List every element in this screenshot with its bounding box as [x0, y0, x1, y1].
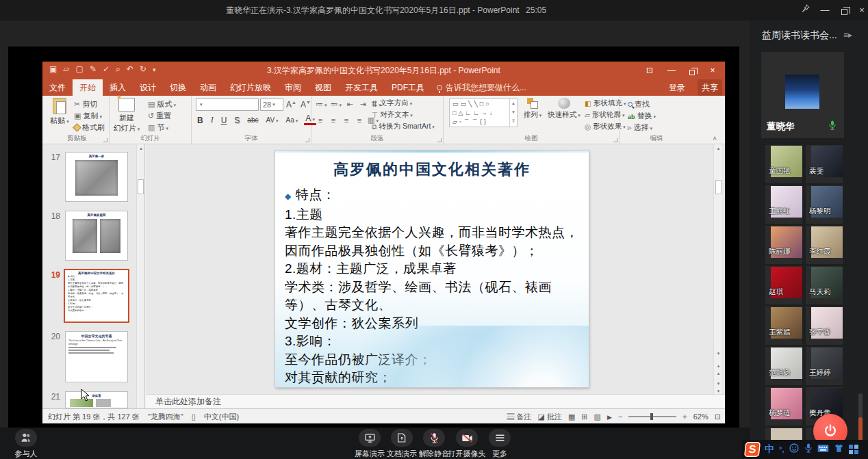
reset-button[interactable]: 重置: [148, 110, 171, 122]
format-painter-button[interactable]: 格式刷: [74, 122, 105, 133]
shapes-gallery-scrollbar[interactable]: ▲▼⊽: [509, 99, 517, 127]
drawing-dialog-launcher-icon[interactable]: [613, 138, 617, 142]
align-right-button[interactable]: [342, 116, 351, 124]
align-text-button[interactable]: 对齐文本: [372, 110, 413, 120]
print-preview-icon[interactable]: [116, 64, 120, 74]
sign-in-link[interactable]: 登录: [669, 79, 685, 96]
layout-button[interactable]: 版式: [148, 99, 176, 110]
new-slide-button[interactable]: 新建 幻灯片: [112, 98, 141, 133]
skin-icon[interactable]: [834, 443, 844, 456]
proofing-icon[interactable]: [192, 412, 196, 421]
close-button[interactable]: ×: [853, 3, 868, 17]
shapes-gallery[interactable]: ▭▭╲╲□○ □△∟∟→↓ ▱◦⌒⌒{} ▲▼⊽: [449, 99, 518, 127]
tab-animations[interactable]: 动画: [193, 79, 223, 96]
undo-icon[interactable]: [127, 64, 133, 74]
participant-tile[interactable]: 赵琪: [765, 266, 802, 304]
new-document-icon[interactable]: [76, 64, 84, 74]
ink-icon[interactable]: [90, 64, 97, 74]
paste-button[interactable]: 粘贴: [45, 98, 74, 126]
change-case-button[interactable]: Aa: [285, 116, 300, 124]
copy-button[interactable]: 复制: [74, 110, 102, 122]
ppt-restore-button[interactable]: [682, 64, 702, 77]
tab-pdf[interactable]: PDF工具: [385, 79, 431, 96]
section-button[interactable]: 节: [148, 122, 168, 133]
strikethrough-button[interactable]: abc: [246, 116, 259, 124]
ribbon-display-options-icon[interactable]: ⊡: [640, 64, 659, 77]
tell-me-box[interactable]: 告诉我您想要做什么...: [431, 79, 532, 96]
restore-button[interactable]: [835, 3, 853, 17]
zoom-in-button[interactable]: +: [682, 412, 687, 421]
participant-tile[interactable]: 王紫嫣: [765, 306, 802, 345]
slide-thumbnail-19-selected[interactable]: 高罗佩的中国文化相关著作 ◆ 特点： 1.主题 著作主题完全依据个人兴趣，而非当…: [64, 269, 129, 323]
participant-tile[interactable]: 陈丽娜: [765, 226, 802, 264]
participant-tile[interactable]: 裴斐: [806, 145, 843, 183]
justify-button[interactable]: [355, 116, 364, 124]
text-shadow-button[interactable]: S: [233, 116, 241, 125]
collapse-ribbon-icon[interactable]: ˄: [713, 135, 717, 142]
comments-toggle[interactable]: 批注: [537, 412, 561, 422]
participant-tile[interactable]: 王丽红: [765, 185, 802, 224]
shape-outline-button[interactable]: 形状轮廓: [585, 110, 625, 120]
decrease-indent-button[interactable]: [345, 100, 355, 109]
participant-tile[interactable]: 张平香: [806, 306, 843, 345]
quick-styles-button[interactable]: 快速样式: [546, 98, 582, 120]
clipboard-dialog-launcher-icon[interactable]: [103, 138, 107, 142]
room-list-icon[interactable]: ≡▸: [843, 30, 852, 40]
shrink-font-button[interactable]: A▼: [299, 100, 312, 109]
emoji-icon[interactable]: [789, 443, 800, 456]
smartart-button[interactable]: 转换为 SmartArt: [372, 122, 435, 131]
tab-design[interactable]: 设计: [133, 79, 163, 96]
chinese-mode-icon[interactable]: 中: [765, 443, 774, 456]
tab-developer[interactable]: 开发工具: [338, 79, 385, 96]
find-button[interactable]: 查找: [628, 99, 650, 110]
grow-font-button[interactable]: A▲: [285, 100, 298, 109]
underline-button[interactable]: U: [220, 116, 229, 125]
spelling-icon[interactable]: [103, 64, 110, 74]
slide-thumbnail-21[interactable]: 谱体系: [65, 391, 128, 408]
qat-more-icon[interactable]: [153, 64, 156, 74]
save-icon[interactable]: [49, 64, 57, 74]
numbering-button[interactable]: [331, 100, 342, 109]
slide-thumbnail-20[interactable]: 中国古琴文化的专著 The Lore of the Chinese Lute：A…: [65, 331, 128, 382]
tab-review[interactable]: 审阅: [278, 79, 308, 96]
minimize-button[interactable]: —: [816, 3, 834, 17]
editor-scrollbar-thumb[interactable]: [715, 180, 722, 194]
fit-to-window-icon[interactable]: [715, 412, 721, 421]
slideshow-view-button[interactable]: [607, 412, 612, 421]
participant-tile[interactable]: 王婷婷: [806, 347, 843, 385]
thumbnail-scrollbar-thumb[interactable]: [138, 179, 144, 194]
scroll-up-icon[interactable]: ▴: [137, 144, 145, 152]
zoom-slider[interactable]: [628, 416, 676, 417]
reading-view-button[interactable]: [594, 412, 601, 421]
font-name-combobox[interactable]: [196, 99, 259, 111]
participant-tile[interactable]: 杨梦琏: [765, 387, 802, 425]
cut-button[interactable]: 剪切: [74, 99, 97, 110]
participant-tile[interactable]: 童国艳: [765, 145, 802, 183]
participant-tile[interactable]: 杨黎明: [806, 185, 843, 224]
mic-on-icon[interactable]: [828, 120, 837, 133]
character-spacing-button[interactable]: AV: [264, 116, 279, 124]
ppt-minimize-button[interactable]: —: [662, 64, 681, 77]
ppt-close-button[interactable]: ×: [703, 64, 722, 77]
thumbnail-scrollbar[interactable]: ▴: [136, 144, 144, 408]
more-button[interactable]: 更多: [479, 429, 520, 459]
sogou-logo-icon[interactable]: S: [744, 442, 761, 457]
slide-thumbnail-18[interactable]: 高罗佩家庭照: [65, 211, 128, 261]
editor-scrollbar[interactable]: ▴ ▾ ▴▴ ▾▾: [713, 144, 722, 394]
tab-file[interactable]: 文件: [42, 79, 73, 96]
tab-home[interactable]: 开始: [73, 79, 103, 96]
toolbox-icon[interactable]: [849, 445, 858, 454]
zoom-level[interactable]: 62%: [693, 412, 709, 421]
font-size-combobox[interactable]: 28: [260, 99, 283, 111]
language-indicator[interactable]: 中文(中国): [204, 412, 239, 422]
arrange-button[interactable]: 排列: [520, 98, 545, 120]
tab-slideshow[interactable]: 幻灯片放映: [223, 79, 278, 96]
notes-toggle[interactable]: 备注: [507, 412, 531, 422]
scroll-up-icon[interactable]: ▴: [714, 144, 723, 152]
previous-slide-icon[interactable]: ▴▴: [714, 362, 723, 369]
participant-tile[interactable]: 范旭扬: [765, 347, 802, 385]
redo-icon[interactable]: [140, 64, 146, 74]
voice-input-icon[interactable]: [804, 443, 813, 456]
share-button[interactable]: 共享: [698, 79, 722, 96]
italic-button[interactable]: I: [209, 115, 215, 125]
